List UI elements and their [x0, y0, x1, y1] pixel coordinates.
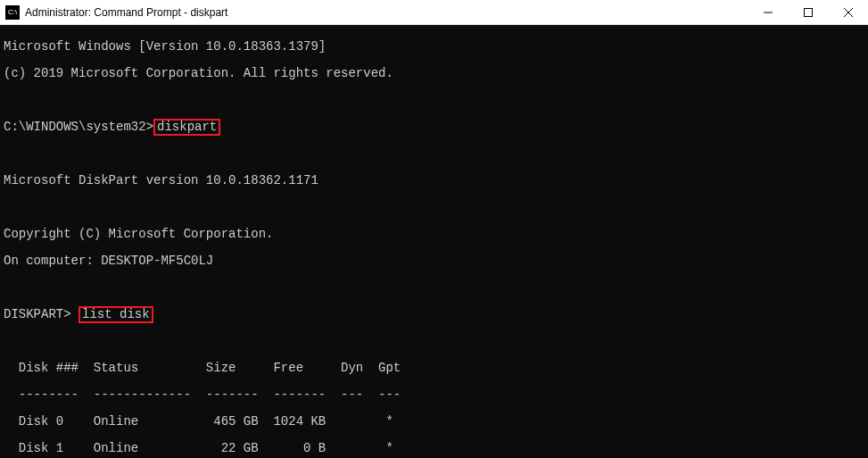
blank-line: [4, 201, 864, 214]
titlebar[interactable]: C:\ Administrator: Command Prompt - disk…: [0, 0, 868, 25]
diskpart-copyright: Copyright (C) Microsoft Corporation.: [4, 228, 864, 241]
command-prompt-window: C:\ Administrator: Command Prompt - disk…: [0, 0, 868, 458]
disk-table-row-1: Disk 1 Online 22 GB 0 B *: [4, 442, 864, 455]
window-controls: [748, 0, 868, 24]
terminal-output[interactable]: Microsoft Windows [Version 10.0.18363.13…: [0, 25, 868, 458]
prompt-line-2: DISKPART> list disk: [4, 308, 864, 321]
app-icon: C:\: [5, 5, 20, 20]
version-line: Microsoft Windows [Version 10.0.18363.13…: [4, 40, 864, 54]
blank-line: [4, 335, 864, 348]
minimize-button[interactable]: [748, 0, 788, 25]
prompt-path: C:\WINDOWS\system32>: [4, 120, 153, 134]
highlighted-command-list-disk: list disk: [79, 306, 153, 323]
disk-table-header: Disk ### Status Size Free Dyn Gpt: [4, 362, 864, 375]
prompt-line-1: C:\WINDOWS\system32>diskpart: [4, 121, 864, 134]
diskpart-computer: On computer: DESKTOP-MF5C0LJ: [4, 254, 864, 268]
close-button[interactable]: [828, 0, 868, 25]
highlighted-command-diskpart: diskpart: [153, 119, 220, 136]
blank-line: [4, 147, 864, 161]
disk-table-row-0: Disk 0 Online 465 GB 1024 KB *: [4, 415, 864, 429]
blank-line: [4, 94, 864, 107]
window-title: Administrator: Command Prompt - diskpart: [25, 6, 748, 19]
maximize-button[interactable]: [788, 0, 828, 25]
copyright-line: (c) 2019 Microsoft Corporation. All righ…: [4, 67, 864, 80]
disk-table-separator: -------- ------------- ------- ------- -…: [4, 388, 864, 402]
diskpart-version: Microsoft DiskPart version 10.0.18362.11…: [4, 174, 864, 187]
diskpart-prompt: DISKPART>: [4, 307, 71, 321]
blank-line: [4, 281, 864, 295]
svg-rect-1: [804, 9, 812, 17]
